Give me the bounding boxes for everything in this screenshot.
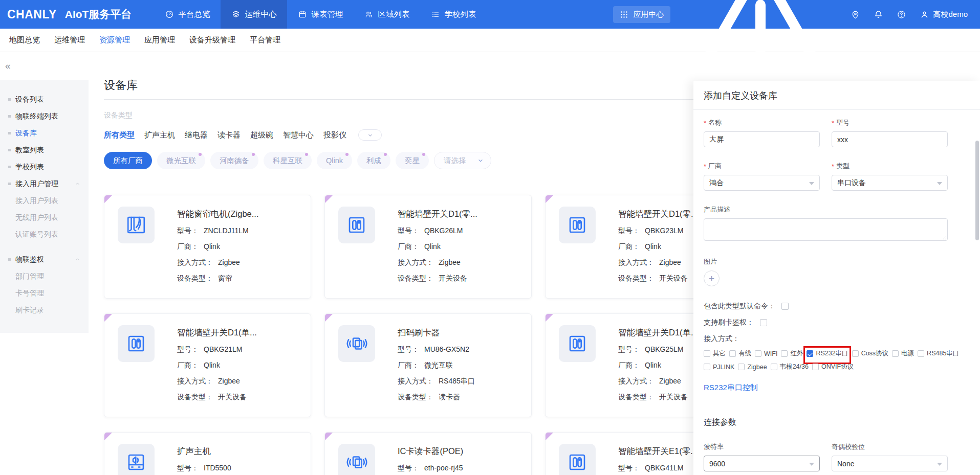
checkbox[interactable] [738,364,745,370]
description-textarea[interactable] [704,218,948,241]
sidebar-item-无线用户列表[interactable]: 无线用户列表 [0,209,89,226]
sidebar-item-接入用户管理[interactable]: 接入用户管理 [0,175,89,192]
subnav-item-运维管理[interactable]: 运维管理 [54,35,85,45]
checkbox[interactable] [918,350,924,357]
vendor-pill-河南德备[interactable]: 河南德备 [210,152,258,169]
vendor-pill-利成[interactable]: 利成 [357,152,390,169]
device-card[interactable]: 智能墙壁开关D1(零...型号：QBKG26LM厂商：Qlink接入方式：Zig… [324,195,532,299]
card-field-label: 型号： [398,464,419,473]
baud-rate-select[interactable]: 9600 [704,456,820,471]
vendor-select[interactable]: 鸿合 [704,175,820,191]
vendor-pill-奕星[interactable]: 奕星 [396,152,429,169]
access-mode-电源[interactable]: 电源 [892,349,914,358]
sidebar-item-物联终端列表[interactable]: 物联终端列表 [0,108,89,125]
checkbox[interactable] [807,350,813,357]
subnav-item-设备升级管理[interactable]: 设备升级管理 [189,35,235,45]
card-field-vendor: 厂商：Qlink [177,361,311,370]
subnav-item-应用管理[interactable]: 应用管理 [144,35,175,45]
sidebar-item-物联鉴权[interactable]: 物联鉴权 [0,251,89,268]
access-mode-Zigbee[interactable]: Zigbee [738,364,767,371]
checkbox[interactable] [729,350,736,357]
swipe-auth-checkbox[interactable] [760,319,767,326]
access-mode-RS485串口[interactable]: RS485串口 [918,349,959,358]
access-mode-RS232串口[interactable]: RS232串口 [807,349,848,358]
access-mode-Coss协议[interactable]: Coss协议 [852,349,888,358]
type-more-dropdown[interactable] [358,129,382,141]
checkbox[interactable] [781,350,788,357]
parity-select[interactable]: None [832,456,948,471]
vendor-pill-科星互联[interactable]: 科星互联 [264,152,312,169]
rs232-control-link[interactable]: RS232串口控制 [704,383,758,393]
checkbox[interactable] [704,364,710,370]
type-tab-所有类型[interactable]: 所有类型 [104,130,135,140]
parity-label: 奇偶校验位 [832,442,948,451]
chevron-down-icon [367,132,373,138]
card-field-type: 设备类型：窗帘 [177,274,311,283]
access-mode-PJLINK[interactable]: PJLINK [704,364,734,371]
drawer-scrollbar[interactable] [975,141,979,240]
type-tab-投影仪[interactable]: 投影仪 [323,130,346,140]
vendor-pill-微光互联[interactable]: 微光互联 [157,152,205,169]
topnav-item-课表管理[interactable]: 课表管理 [287,0,354,29]
card-access-value: Zigbee [218,258,240,267]
sidebar-item-教室列表[interactable]: 教室列表 [0,142,89,159]
sidebar-item-设备库[interactable]: 设备库 [0,125,89,142]
card-field-label: 接入方式： [177,377,213,386]
sidebar-item-接入用户列表[interactable]: 接入用户列表 [0,192,89,209]
topnav-item-运维中心[interactable]: 运维中心 [221,0,287,29]
access-mode-红外[interactable]: 红外 [781,349,803,358]
app-center-button[interactable]: 应用中心 [613,6,670,23]
subnav-item-资源管理[interactable]: 资源管理 [99,35,130,45]
device-card[interactable]: 智能窗帘电机(Zigbe...型号：ZNCLDJ11LM厂商：Qlink接入方式… [104,195,311,299]
speaker-host-icon [118,444,155,475]
topnav-item-平台总览[interactable]: 平台总览 [154,0,221,29]
card-field-label: 型号： [177,227,199,236]
help-icon[interactable] [897,10,906,19]
vendor-select-dropdown[interactable]: 请选择 [434,152,491,169]
checkbox[interactable] [755,350,761,357]
subnav-item-平台管理[interactable]: 平台管理 [250,35,280,45]
access-mode-韦根24/36[interactable]: 韦根24/36 [771,363,809,371]
vendor-pill-Qlink[interactable]: Qlink [317,152,352,169]
access-mode-option-label: Zigbee [747,364,767,371]
model-input[interactable] [832,131,948,147]
type-tab-继电器[interactable]: 继电器 [185,130,208,140]
type-tab-扩声主机[interactable]: 扩声主机 [144,130,175,140]
vendor-pill-所有厂商[interactable]: 所有厂商 [104,152,152,169]
checkbox[interactable] [704,350,710,357]
access-mode-其它[interactable]: 其它 [704,349,726,358]
type-tab-读卡器[interactable]: 读卡器 [217,130,241,140]
checkbox[interactable] [771,364,777,370]
subnav-item-地图总览[interactable]: 地图总览 [9,35,40,45]
location-pin-icon[interactable] [851,10,860,19]
checkbox[interactable] [892,350,899,357]
checkbox[interactable] [852,350,859,357]
access-mode-WIFI[interactable]: WIFI [755,350,777,357]
access-mode-有线[interactable]: 有线 [729,349,751,358]
topnav-item-区域列表[interactable]: 区域列表 [354,0,420,29]
sidebar-item-部门管理[interactable]: 部门管理 [0,268,89,285]
sidebar-item-认证账号列表[interactable]: 认证账号列表 [0,226,89,243]
image-upload-button[interactable]: + [704,270,720,286]
checkbox[interactable] [812,364,819,370]
type-tab-超级碗[interactable]: 超级碗 [250,130,273,140]
access-mode-option-label: Coss协议 [861,349,888,358]
sidebar-item-卡号管理[interactable]: 卡号管理 [0,285,89,302]
collapse-sidebar-icon[interactable]: « [0,52,89,72]
device-card[interactable]: 扫码刷卡器型号：MU86-GX5N2厂商：微光互联接入方式：RS485串口设备类… [324,313,532,417]
default-command-checkbox[interactable] [781,303,789,310]
device-card[interactable]: 智能墙壁开关D1(单...型号：QBKG21LM厂商：Qlink接入方式：Zig… [104,313,311,417]
sidebar-item-刷卡记录[interactable]: 刷卡记录 [0,302,89,319]
access-mode-option-label: 其它 [713,349,726,358]
user-menu[interactable]: 高校demo [920,10,968,19]
device-card[interactable]: IC卡读卡器(POE)型号：eth-poe-rj45厂商：科星互联 [324,432,532,475]
access-mode-ONVIF协议[interactable]: ONVIF协议 [812,363,854,371]
topnav-item-学校列表[interactable]: 学校列表 [420,0,487,29]
type-tab-智慧中心[interactable]: 智慧中心 [283,130,314,140]
name-input[interactable] [704,131,820,147]
bell-icon[interactable] [874,10,883,19]
device-card[interactable]: 扩声主机型号：ITD5500厂商：千立网络 [104,432,311,475]
sidebar-item-学校列表[interactable]: 学校列表 [0,159,89,175]
sidebar-item-设备列表[interactable]: 设备列表 [0,91,89,108]
device-type-select[interactable]: 串口设备 [832,175,948,191]
